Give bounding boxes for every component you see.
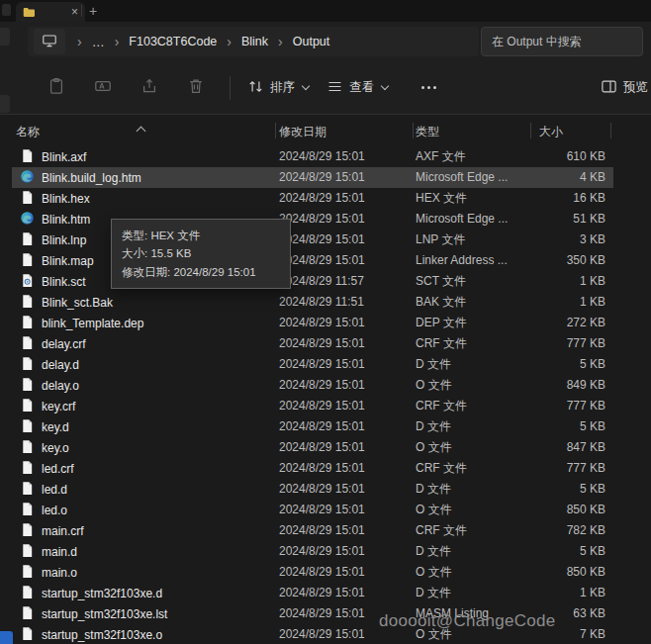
file-row[interactable]: Blink.sct 2024/8/29 11:57 SCT 文件 1 KB xyxy=(0,271,651,292)
file-row[interactable]: Blink_sct.Bak 2024/8/29 11:51 BAK 文件 1 K… xyxy=(0,292,651,313)
tooltip-type: 类型: HEX 文件 xyxy=(122,227,280,244)
file-name: led.crf xyxy=(42,462,74,476)
view-button[interactable]: 查看 xyxy=(322,73,393,103)
doc-file-icon xyxy=(20,626,35,644)
doc-file-icon xyxy=(20,148,35,166)
file-date-modified: 2024/8/29 15:01 xyxy=(279,250,365,271)
doc-file-icon xyxy=(20,335,35,353)
doc-file-icon xyxy=(20,481,35,499)
file-size: 350 KB xyxy=(531,250,605,271)
file-type: AXF 文件 xyxy=(416,146,528,167)
file-row[interactable]: Blink.build_log.htm 2024/8/29 15:01 Micr… xyxy=(0,167,651,188)
file-row[interactable]: led.d 2024/8/29 15:01 D 文件 5 KB xyxy=(0,479,651,500)
window-corner-fragment xyxy=(2,4,11,16)
file-type: O 文件 xyxy=(416,375,528,396)
tab-divider xyxy=(81,5,82,17)
file-name: Blink.sct xyxy=(42,275,86,289)
column-divider[interactable] xyxy=(530,123,531,138)
file-name: key.crf xyxy=(42,400,75,414)
file-date-modified: 2024/8/29 15:01 xyxy=(279,624,365,644)
file-name: blink_Template.dep xyxy=(42,317,143,330)
column-header-date[interactable]: 修改日期 xyxy=(279,124,326,140)
file-row[interactable]: Blink.htm 2024/8/29 15:01 Microsoft Edge… xyxy=(0,209,651,230)
edge-file-icon xyxy=(20,169,35,187)
doc-file-icon xyxy=(20,252,35,270)
chevron-down-icon xyxy=(302,82,310,90)
view-label: 查看 xyxy=(349,79,374,96)
file-row[interactable]: led.o 2024/8/29 15:01 O 文件 850 KB xyxy=(0,500,651,520)
paste-button[interactable] xyxy=(42,73,71,103)
command-toolbar: 排序 查看 预览 xyxy=(0,61,651,115)
file-row[interactable]: delay.d 2024/8/29 15:01 D 文件 5 KB xyxy=(0,354,651,375)
tab-close-icon[interactable]: × xyxy=(71,6,78,18)
explorer-tab[interactable]: × xyxy=(16,2,85,22)
column-header-name[interactable]: 名称 xyxy=(16,124,40,140)
file-date-modified: 2024/8/29 15:01 xyxy=(279,167,365,188)
this-pc-button[interactable] xyxy=(34,29,65,54)
file-row[interactable]: key.o 2024/8/29 15:01 O 文件 847 KB xyxy=(0,437,651,458)
file-date-modified: 2024/8/29 15:01 xyxy=(279,230,365,250)
column-header-type[interactable]: 类型 xyxy=(416,124,439,140)
sort-icon xyxy=(247,78,264,98)
file-row[interactable]: delay.crf 2024/8/29 15:01 CRF 文件 777 KB xyxy=(0,333,651,354)
column-divider[interactable] xyxy=(610,123,611,138)
file-date-modified: 2024/8/29 15:01 xyxy=(279,209,365,230)
file-row[interactable]: startup_stm32f103xe.d 2024/8/29 15:01 D … xyxy=(0,583,651,603)
file-list: Blink.axf 2024/8/29 15:01 AXF 文件 610 KB … xyxy=(0,146,651,644)
preview-label: 预览 xyxy=(623,79,648,96)
file-row[interactable]: Blink.lnp 2024/8/29 15:01 LNP 文件 3 KB xyxy=(0,230,651,250)
sort-ascending-icon xyxy=(137,127,146,137)
file-row[interactable]: main.d 2024/8/29 15:01 D 文件 5 KB xyxy=(0,541,651,562)
breadcrumb-ellipsis-button[interactable]: … xyxy=(90,35,107,49)
file-row[interactable]: Blink.axf 2024/8/29 15:01 AXF 文件 610 KB xyxy=(0,146,651,167)
file-row[interactable]: key.d 2024/8/29 15:01 D 文件 5 KB xyxy=(0,416,651,437)
file-row[interactable]: blink_Template.dep 2024/8/29 15:01 DEP 文… xyxy=(0,313,651,333)
column-divider[interactable] xyxy=(275,123,276,138)
file-size: 782 KB xyxy=(531,520,605,541)
file-row[interactable]: main.crf 2024/8/29 15:01 CRF 文件 782 KB xyxy=(0,520,651,541)
tooltip-size: 大小: 15.5 KB xyxy=(122,244,280,262)
breadcrumb: › … › F103C8T6Code › Blink › Output xyxy=(34,22,331,61)
doc-file-icon xyxy=(20,564,35,582)
file-row[interactable]: delay.o 2024/8/29 15:01 O 文件 849 KB xyxy=(0,375,651,396)
share-button[interactable] xyxy=(135,73,164,103)
file-size: 777 KB xyxy=(531,333,605,354)
share-icon xyxy=(140,77,158,98)
file-row[interactable]: Blink.hex 2024/8/29 15:01 HEX 文件 16 KB xyxy=(0,188,651,209)
column-divider[interactable] xyxy=(413,123,414,138)
file-row[interactable]: Blink.map 2024/8/29 15:01 Linker Address… xyxy=(0,250,651,271)
doc-file-icon xyxy=(20,522,35,540)
file-name: Blink.axf xyxy=(42,150,86,164)
taskbar-icon-fragment xyxy=(0,631,13,644)
tooltip-date: 修改日期: 2024/8/29 15:01 xyxy=(122,263,280,281)
file-name: key.o xyxy=(42,441,69,455)
file-name: key.d xyxy=(42,420,69,434)
breadcrumb-segment-output[interactable]: Output xyxy=(291,33,332,50)
preview-toggle-button[interactable]: 预览 xyxy=(596,73,651,103)
file-name: delay.crf xyxy=(42,337,85,351)
file-row[interactable]: key.crf 2024/8/29 15:01 CRF 文件 777 KB xyxy=(0,396,651,416)
watermark: dooooit@ChangeCode xyxy=(379,611,556,631)
file-name: Blink.htm xyxy=(42,213,90,227)
breadcrumb-segment-blink[interactable]: Blink xyxy=(239,33,270,50)
column-header-size[interactable]: 大小 xyxy=(539,124,563,140)
file-date-modified: 2024/8/29 11:51 xyxy=(279,292,364,313)
breadcrumb-segment-root[interactable]: F103C8T6Code xyxy=(127,33,219,50)
file-name: led.d xyxy=(42,483,67,497)
file-date-modified: 2024/8/29 15:01 xyxy=(279,416,365,437)
file-date-modified: 2024/8/29 15:01 xyxy=(279,479,365,500)
file-row[interactable]: led.crf 2024/8/29 15:01 CRF 文件 777 KB xyxy=(0,458,651,479)
folder-icon xyxy=(23,3,35,21)
search-input[interactable] xyxy=(481,27,643,56)
sort-button[interactable]: 排序 xyxy=(242,73,314,103)
column-header-row: 名称 修改日期 类型 大小 xyxy=(0,115,651,146)
new-tab-button[interactable]: + xyxy=(89,2,97,20)
rename-button[interactable] xyxy=(88,73,118,103)
delete-button[interactable] xyxy=(181,73,211,103)
doc-file-icon xyxy=(20,439,35,457)
file-size: 5 KB xyxy=(531,479,605,500)
file-name: Blink_sct.Bak xyxy=(42,296,113,310)
file-row[interactable]: main.o 2024/8/29 15:01 O 文件 850 KB xyxy=(0,562,651,583)
more-options-button[interactable] xyxy=(415,81,442,94)
file-type: D 文件 xyxy=(416,583,528,603)
